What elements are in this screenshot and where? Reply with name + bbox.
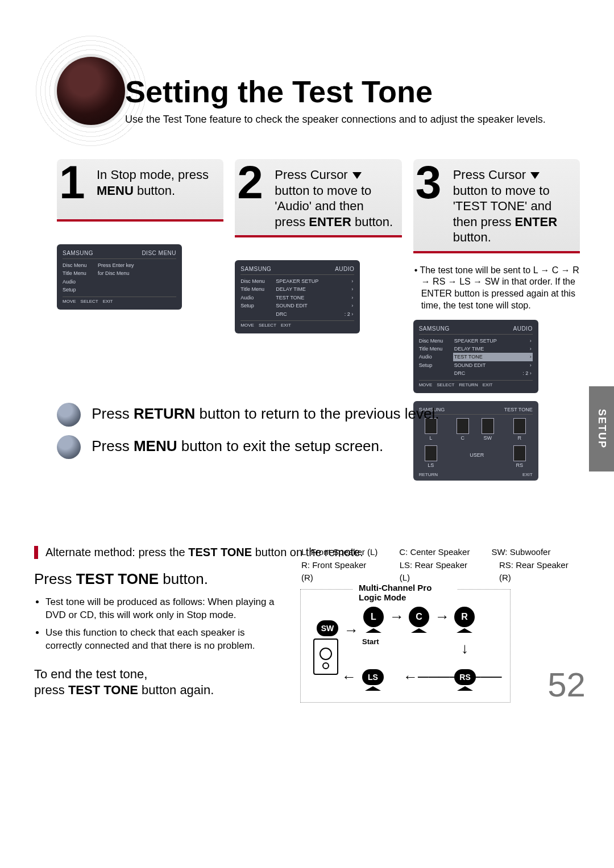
osd4-lbl-c: C — [456, 435, 470, 441]
osd2-foot-1: SELECT — [259, 323, 276, 328]
osd1-nav-title: Title Menu — [63, 269, 93, 277]
page-number: 52 — [547, 665, 586, 704]
osd1-msg1: Press Enter key — [98, 261, 134, 269]
arrow-left-icon: ← — [342, 669, 356, 684]
flow-start-label: Start — [362, 637, 379, 646]
osd4-title: TEST TONE — [504, 407, 533, 412]
return-post: button to return to the previous level. — [195, 405, 439, 422]
step-1-accent-bar — [57, 219, 223, 222]
osd3-item-4: DRC — [454, 369, 466, 377]
osd3-foot-1: SELECT — [437, 382, 454, 387]
osd4-foot-0: RETURN — [419, 472, 438, 477]
menu-pre: Press — [92, 437, 134, 454]
arrow-left-icon: ←──────── — [403, 669, 501, 684]
bullet-sphere-icon — [57, 403, 81, 427]
osd3-item-2: TEST TONE — [454, 353, 483, 361]
osd2-item-2: TEST TONE — [276, 294, 304, 302]
osd2-title: AUDIO — [335, 266, 354, 272]
osd2-item-0: SPEAKER SETUP — [276, 277, 318, 285]
arrow-right-icon: → — [435, 609, 450, 624]
step-3-end: button. — [453, 230, 491, 244]
step-3-pre: Press Cursor — [453, 168, 529, 182]
arrow-down-icon: ↓ — [461, 641, 468, 656]
osd1-foot-exit: EXIT — [103, 299, 113, 304]
menu-line: Press MENU button to exit the setup scre… — [57, 430, 439, 462]
osd3-item-2-r: › — [530, 353, 532, 361]
osd3-nav-0: Disc Menu — [419, 337, 450, 345]
side-tab-setup: SETUP — [589, 386, 614, 471]
step-2-line1: Press Cursor — [275, 168, 351, 182]
osd2-item-3-r: › — [351, 302, 353, 310]
osd4-spk-c — [457, 418, 469, 434]
osd2-item-1: DELAY TIME — [276, 285, 306, 293]
step-2-accent-bar — [235, 235, 401, 237]
step-1-text-pre: In Stop mode, press — [97, 168, 209, 182]
page-subtitle: Use the Test Tone feature to check the s… — [125, 114, 546, 126]
flow-node-r: R — [454, 607, 475, 627]
step-1-bold: MENU — [97, 183, 134, 198]
step-1-head: 1 In Stop mode, press MENU button. — [57, 159, 223, 222]
osd1-foot-select: SELECT — [81, 299, 98, 304]
osd3-brand: SAMSUNG — [419, 326, 450, 332]
osd4-spk-r — [513, 418, 526, 434]
osd4-foot-1: EXIT — [522, 472, 533, 477]
osd3-item-3: SOUND EDIT — [454, 361, 486, 369]
osd2-item-3: SOUND EDIT — [276, 302, 308, 310]
arrow-right-icon: → — [344, 623, 359, 637]
osd3-title: AUDIO — [513, 326, 532, 332]
menu-bold: MENU — [134, 437, 177, 454]
step-3-head: 3 Press Cursor button to move to 'TEST T… — [413, 159, 580, 253]
osd2-foot-2: EXIT — [281, 323, 291, 328]
osd3-item-0: SPEAKER SETUP — [454, 337, 497, 345]
step-1-text-post: button. — [134, 183, 175, 198]
bullet-2: Use this function to check that each spe… — [45, 627, 279, 653]
lower-section: Alternate method: press the TEST TONE bu… — [34, 545, 580, 699]
osd1-msg2: for Disc Menu — [98, 269, 130, 277]
osd1-brand: SAMSUNG — [63, 250, 93, 256]
bullet-sphere-icon — [57, 435, 81, 459]
osd1-nav-audio: Audio — [63, 278, 93, 286]
alt-pre: Alternate method: press the — [45, 546, 188, 558]
alt-bold: TEST TONE — [188, 546, 252, 558]
step-1-number: 1 — [59, 161, 85, 203]
osd2-nav-2: Audio — [240, 294, 271, 302]
osd3-nav-2: Audio — [419, 353, 450, 361]
ptt-pre: Press — [34, 570, 76, 587]
flow-diagram: Multi-Channel Pro Logic Mode SW L → C → … — [300, 589, 511, 703]
step-2-bold: ENTER — [309, 215, 351, 229]
flow-node-sw: SW — [317, 620, 338, 636]
osd2-nav-0: Disc Menu — [240, 277, 271, 285]
legend-L: L: Front Speaker (L) — [301, 546, 377, 559]
osd4-lbl-ls: LS — [424, 462, 438, 468]
menu-post: button to exit the setup screen. — [177, 437, 383, 454]
legend-RS: RS: Rear Speaker (R) — [499, 559, 580, 585]
osd1-title: DISC MENU — [142, 250, 176, 256]
osd2-foot-0: MOVE — [240, 323, 254, 328]
step-3-bold: ENTER — [515, 215, 558, 229]
return-line: Press RETURN button to return to the pre… — [57, 398, 439, 430]
osd2-brand: SAMSUNG — [240, 266, 271, 272]
osd3-item-1: DELAY TIME — [454, 345, 484, 353]
osd4-lbl-rs: RS — [513, 462, 526, 468]
step-3-accent-bar — [413, 251, 580, 253]
step-3-number: 3 — [416, 161, 442, 203]
bullet-1: Test tone will be produced as follows: W… — [45, 596, 279, 622]
osd3-nav-1: Title Menu — [419, 345, 450, 353]
pedestal-icon — [411, 628, 427, 633]
step-2-head: 2 Press Cursor button to move to 'Audio'… — [235, 159, 401, 237]
osd-screenshot-1: SAMSUNGDISC MENU Disc Menu Title Menu Au… — [57, 244, 182, 310]
pedestal-icon — [457, 686, 473, 691]
osd4-lbl-sw: SW — [481, 435, 495, 441]
osd3-item-3-r: › — [530, 361, 532, 369]
return-pre: Press — [92, 405, 134, 422]
legend-R: R: Front Speaker (R) — [301, 559, 378, 585]
osd4-spk-sw — [482, 418, 494, 434]
osd-screenshot-3: SAMSUNGAUDIO Disc Menu Title Menu Audio … — [413, 320, 538, 393]
subwoofer-icon — [313, 639, 338, 675]
osd2-item-2-r: › — [351, 294, 353, 302]
step-3-note: • The test tone will be sent to L → C → … — [413, 265, 580, 312]
end-line2-post: button again. — [138, 683, 214, 697]
osd2-nav-1: Title Menu — [240, 285, 271, 293]
osd2-item-4-r: : 2 › — [345, 310, 354, 318]
ptt-post: button. — [159, 570, 208, 587]
